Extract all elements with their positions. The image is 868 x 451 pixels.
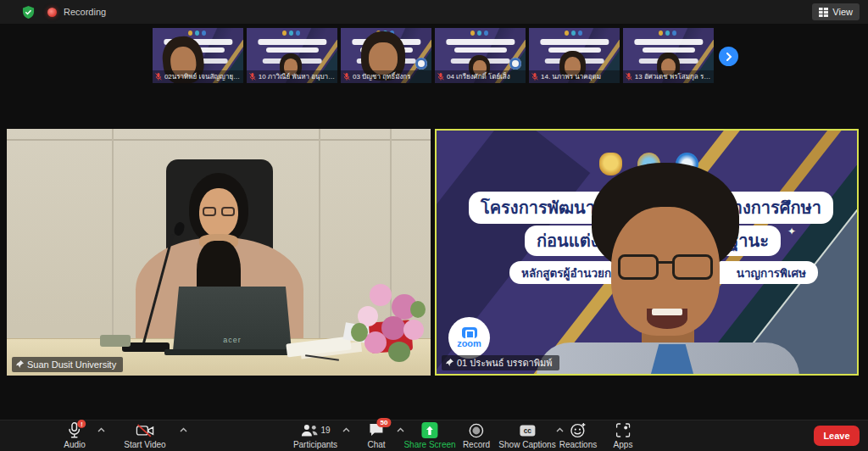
audio-label: Audio: [64, 440, 86, 449]
pin-icon: [16, 360, 24, 369]
zoom-logo: zoom: [448, 317, 490, 359]
participant-name: 03 ปัญชา ฤทธิ์มังกร: [353, 71, 410, 82]
next-page-button[interactable]: [719, 47, 738, 66]
flower-bouquet: [349, 279, 431, 376]
participant-filmstrip: 02นราทิพย์ เจนสัญญายุทธ 10 ภาวิณีย์ พันห…: [0, 28, 868, 86]
video-tile-suan-dusit[interactable]: acer Suan Dusit University: [7, 129, 431, 376]
apps-label: Apps: [614, 440, 633, 449]
participants-count: 19: [320, 426, 330, 435]
record-button[interactable]: Record: [463, 422, 490, 449]
name-tag: Suan Dusit University: [12, 357, 123, 372]
phone-on-desk: [100, 335, 131, 347]
laptop-brand-label: acer: [223, 336, 242, 344]
participant-thumbnail[interactable]: 02นราทิพย์ เจนสัญญายุทธ: [153, 28, 243, 83]
participant-thumbnail[interactable]: 03 ปัญชา ฤทธิ์มังกร: [341, 28, 431, 83]
video-menu-caret[interactable]: [180, 427, 187, 432]
muted-mic-icon: [155, 73, 162, 81]
start-video-label: Start Video: [124, 440, 165, 449]
participant-name: 01 ประพนธ์ บรรดาพิมพ์: [457, 355, 553, 370]
participants-label: Participants: [293, 440, 337, 449]
encryption-shield-icon[interactable]: [22, 6, 35, 19]
emblem-logo-icon: [599, 153, 622, 175]
captions-icon: cc: [519, 424, 536, 437]
chat-label: Chat: [367, 440, 385, 449]
participant-name: 13 อัศวเดช พรโสมกุล รร...: [635, 71, 711, 82]
share-screen-button[interactable]: Share Screen: [403, 422, 455, 449]
grid-view-icon: [819, 8, 828, 17]
muted-mic-icon: [437, 73, 444, 81]
participant-thumbnail[interactable]: 14. นภาพร นาคอุดม: [529, 28, 620, 83]
share-screen-label: Share Screen: [403, 440, 455, 449]
presenter-glasses: [618, 254, 713, 280]
participants-icon: [300, 423, 318, 437]
muted-mic-icon: [626, 73, 632, 81]
reactions-smiley-icon: [570, 422, 587, 438]
chevron-right-icon: [725, 53, 733, 61]
pin-icon: [446, 359, 453, 367]
name-tag: 01 ประพนธ์ บรรดาพิมพ์: [442, 355, 559, 370]
participant-name: 10 ภาวิณีย์ พันหา อนุบาล...: [259, 71, 335, 82]
top-bar: Recording View: [0, 0, 868, 24]
participant-logo: [509, 58, 521, 70]
video-camera-off-icon: [136, 424, 154, 437]
participant-thumbnail[interactable]: 10 ภาวิณีย์ พันหา อนุบาล...: [247, 28, 337, 83]
zoom-logo-text: zoom: [457, 339, 481, 348]
reactions-button[interactable]: Reactions: [559, 422, 597, 449]
audio-button[interactable]: ! Audio: [64, 422, 86, 449]
start-video-button[interactable]: Start Video: [124, 422, 165, 449]
share-screen-icon: [422, 422, 438, 438]
participant-name: 14. นภาพร นาคอุดม: [541, 71, 601, 82]
show-captions-button[interactable]: cc Show Captions: [498, 422, 555, 449]
video-tile-presenter[interactable]: ✦ โครงการพัฒนาข้าราชก ทางการศึกษา ก่อนแต…: [435, 129, 859, 376]
participant-thumbnail[interactable]: 04 เกรียงศักดิ์ โตย์เส็ง: [435, 28, 526, 83]
video-stage: acer Suan Dusit University: [0, 129, 868, 376]
meeting-toolbar: ! Audio Start Video: [0, 420, 868, 451]
laptop: acer: [173, 287, 292, 351]
participant-name: Suan Dusit University: [27, 359, 116, 370]
participants-button[interactable]: 19 Participants: [293, 422, 337, 449]
participant-name: 02นราทิพย์ เจนสัญญายุทธ: [164, 71, 241, 82]
apps-button[interactable]: Apps: [614, 422, 633, 449]
leave-label: Leave: [823, 431, 849, 441]
presenter-mouth: [647, 309, 687, 329]
zoom-camera-icon: [462, 327, 477, 338]
muted-mic-icon: [343, 73, 350, 81]
audio-menu-caret[interactable]: [97, 427, 105, 432]
reactions-label: Reactions: [559, 440, 597, 449]
muted-mic-icon: [249, 73, 256, 81]
muted-mic-icon: [531, 73, 538, 81]
audio-alert-badge: !: [77, 420, 86, 428]
chat-unread-badge: 50: [377, 418, 392, 427]
speaker-glasses: [203, 207, 235, 216]
zoom-meeting-window: Recording View 02นราทิพย์ เจนสัญญายุทธ: [0, 0, 868, 451]
record-label: Record: [463, 440, 490, 449]
view-button-label: View: [832, 7, 853, 17]
participant-name: 04 เกรียงศักดิ์ โตย์เส็ง: [447, 71, 510, 82]
recording-label: Recording: [64, 7, 106, 17]
leave-button[interactable]: Leave: [814, 426, 860, 446]
chat-button[interactable]: 50 Chat: [367, 422, 385, 449]
record-icon: [469, 423, 484, 438]
participant-thumbnail[interactable]: 13 อัศวเดช พรโสมกุล รร...: [623, 28, 714, 83]
participants-menu-caret[interactable]: [342, 427, 350, 432]
apps-icon: [615, 423, 630, 437]
svg-text:cc: cc: [523, 426, 531, 435]
participant-logo: [415, 58, 427, 70]
sparkle-decoration: ✦: [787, 226, 796, 237]
view-button[interactable]: View: [812, 3, 860, 20]
recording-indicator-icon[interactable]: [47, 8, 57, 17]
show-captions-label: Show Captions: [498, 440, 555, 449]
